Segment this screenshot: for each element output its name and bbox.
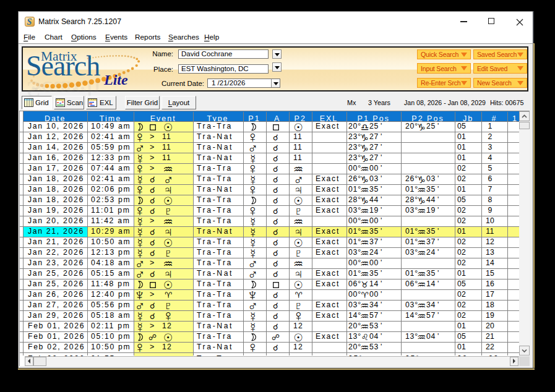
svg-text:S: S <box>27 17 32 27</box>
